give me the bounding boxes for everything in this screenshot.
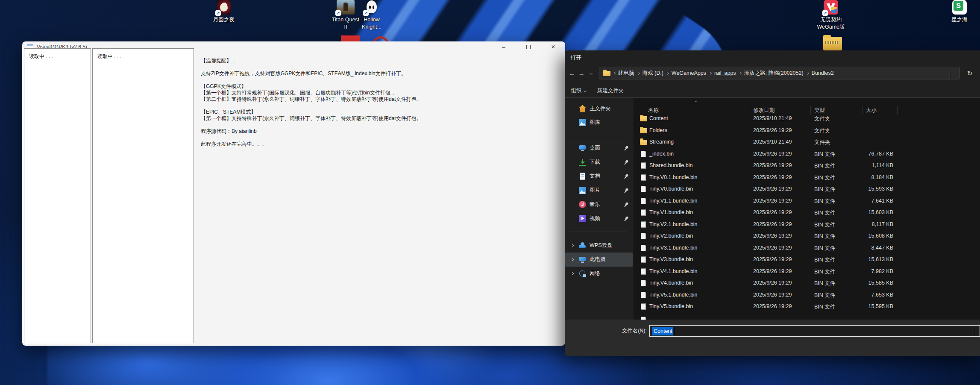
file-row[interactable]: Tiny.V3.bundle.bin 2025/9/26 19:29 BIN 文…: [634, 254, 980, 266]
file-name: Tiny.V4.bundle.bin: [649, 280, 693, 286]
sidebar-item-label: 此电脑: [590, 256, 606, 263]
file-size: 7,982 KB: [830, 268, 893, 274]
desktop-icon-sea-of-stars[interactable]: S 星之海: [940, 0, 979, 24]
expand-chevron-icon[interactable]: [570, 258, 574, 261]
new-folder-button[interactable]: 新建文件夹: [597, 87, 624, 94]
file-row[interactable]: Folders 2025/9/26 19:29 文件夹: [634, 125, 980, 137]
sidebar-item[interactable]: 图库: [565, 115, 633, 129]
file-type-icon: [641, 268, 646, 275]
file-row[interactable]: Tiny.V0.1.bundle.bin 2025/9/26 19:29 BIN…: [634, 172, 980, 184]
desktop-icon-zip-folder[interactable]: [813, 37, 852, 50]
sidebar-item-icon: [579, 215, 586, 222]
breadcrumb-segment[interactable]: Bundles2: [809, 70, 837, 76]
ggpk-right-tree-panel[interactable]: 读取中 . . .: [92, 48, 194, 343]
file-name: Tiny.V2.bundle.bin: [649, 233, 693, 239]
pin-icon: [622, 215, 629, 222]
file-type-icon: [641, 186, 646, 192]
file-date: 2025/9/10 21:49: [753, 139, 792, 145]
zip-folder-icon: [823, 37, 842, 50]
file-row[interactable]: Tiny.V2.bundle.bin 2025/9/26 19:29 BIN 文…: [634, 230, 980, 242]
sidebar-item-icon: [579, 270, 586, 277]
file-date: 2025/9/10 21:49: [753, 115, 792, 121]
file-row-partial[interactable]: [634, 314, 980, 320]
sidebar-item[interactable]: 音乐: [565, 197, 633, 212]
expand-chevron-icon[interactable]: [570, 244, 574, 247]
sidebar-quick-group: 主文件夹 图库: [565, 102, 633, 129]
dialog-toolbar: 组织 新建文件夹: [565, 85, 980, 96]
sidebar-item[interactable]: WPS云盘: [565, 238, 633, 253]
file-type-icon: [640, 140, 647, 145]
forward-button[interactable]: →: [577, 66, 586, 80]
breadcrumb-segment[interactable]: rail_apps: [711, 70, 739, 76]
organize-button[interactable]: 组织: [571, 87, 586, 94]
sidebar-item-label: 主文件夹: [590, 105, 611, 112]
breadcrumb-segment[interactable]: 此电脑: [615, 70, 637, 77]
file-size: 15,585 KB: [830, 280, 893, 286]
filename-dropdown-button[interactable]: [975, 330, 975, 338]
sidebar-item[interactable]: 网络: [565, 267, 633, 281]
file-name: Tiny.V1.bundle.bin: [649, 209, 693, 215]
file-row[interactable]: Shared.bundle.bin 2025/9/26 19:29 BIN 文件…: [634, 160, 980, 172]
file-size: 8,117 KB: [830, 221, 893, 227]
minimize-button[interactable]: –: [494, 42, 513, 52]
back-button[interactable]: ←: [567, 66, 577, 80]
sidebar-item-icon: [580, 173, 585, 180]
address-bar[interactable]: 此电脑 游戏 (D:) WeGameApps rail_apps 流放之路: 降…: [599, 67, 960, 79]
sidebar-item[interactable]: 下载: [565, 155, 633, 169]
file-row[interactable]: Tiny.V4.bundle.bin 2025/9/26 19:29 BIN 文…: [634, 277, 980, 289]
sidebar-item[interactable]: 图片: [565, 183, 633, 197]
file-row[interactable]: Streaming 2025/9/10 21:49 文件夹: [634, 136, 980, 148]
recent-locations-button[interactable]: [586, 66, 596, 80]
sidebar-item[interactable]: 文档: [565, 169, 633, 183]
sidebar-item-icon: [579, 144, 586, 152]
desktop-icon-hollow-knight[interactable]: ↗ Hollow Knight...: [352, 0, 391, 31]
file-name: Tiny.V4.1.bundle.bin: [649, 268, 698, 274]
sidebar-item-icon: [579, 119, 586, 126]
folder-icon: [603, 71, 610, 76]
partial-desktop-icon-red-rings[interactable]: [369, 35, 391, 41]
file-size: 76,787 KB: [830, 151, 893, 157]
file-row[interactable]: Tiny.V1.1.bundle.bin 2025/9/26 19:29 BIN…: [634, 195, 980, 207]
breadcrumb-segment[interactable]: 游戏 (D:): [640, 70, 666, 77]
sort-ascending-icon: [695, 100, 698, 103]
close-button[interactable]: ×: [543, 42, 563, 52]
desktop-icon-label: 月圆之夜: [213, 16, 235, 24]
refresh-button[interactable]: ↻: [963, 67, 977, 80]
file-type-icon: [640, 116, 647, 121]
pin-icon: [622, 173, 629, 180]
desktop-icon-moon-night[interactable]: ↗ 月圆之夜: [204, 0, 244, 24]
sidebar-item[interactable]: 视频: [565, 212, 633, 226]
sidebar-item[interactable]: 此电脑: [565, 253, 633, 267]
shortcut-arrow-icon: ↗: [822, 10, 828, 16]
file-row[interactable]: Tiny.V3.1.bundle.bin 2025/9/26 19:29 BIN…: [634, 242, 980, 254]
partial-desktop-icon-red-banner[interactable]: [341, 35, 360, 41]
address-dropdown-button[interactable]: [950, 71, 950, 79]
sidebar-item[interactable]: 主文件夹: [565, 102, 633, 115]
file-row[interactable]: Tiny.V4.1.bundle.bin 2025/9/26 19:29 BIN…: [634, 266, 980, 278]
file-row[interactable]: Content 2025/9/10 21:49 文件夹: [634, 113, 980, 125]
breadcrumb: 此电脑 游戏 (D:) WeGameApps rail_apps 流放之路: 降…: [613, 70, 837, 77]
file-row[interactable]: Tiny.V1.bundle.bin 2025/9/26 19:29 BIN 文…: [634, 207, 980, 219]
breadcrumb-segment[interactable]: 流放之路: 降临(2002052): [741, 70, 807, 77]
breadcrumb-segment[interactable]: WeGameApps: [669, 70, 709, 76]
file-row[interactable]: Tiny.V0.bundle.bin 2025/9/26 19:29 BIN 文…: [634, 183, 980, 195]
refresh-icon: ↻: [967, 70, 973, 77]
file-size: 7,653 KB: [830, 292, 893, 298]
file-row[interactable]: Tiny.V2.1.bundle.bin 2025/9/26 19:29 BIN…: [634, 219, 980, 231]
toolbar-separator: [565, 97, 980, 98]
file-row[interactable]: Tiny.V5.1.bundle.bin 2025/9/26 19:29 BIN…: [634, 289, 980, 301]
moon-night-icon: ↗: [217, 0, 231, 15]
desktop-icon-valorant-wegame[interactable]: ↗ 无畏契约 WeGame版: [811, 0, 851, 31]
filename-input[interactable]: Content: [649, 325, 980, 337]
sidebar-item[interactable]: 桌面: [565, 141, 633, 155]
file-date: 2025/9/26 19:29: [753, 268, 792, 274]
file-row[interactable]: _index.bin 2025/9/26 19:29 BIN 文件 76,787…: [634, 148, 980, 160]
desktop-icon-label: 星之海: [951, 16, 968, 24]
info-line: 程序源代码：By aianlinb: [201, 128, 446, 135]
file-list-panel: 名称 修改日期 类型 大小 Content 2025/9/10 21:49 文件…: [634, 98, 980, 320]
expand-chevron-icon[interactable]: [570, 272, 574, 275]
maximize-button[interactable]: [519, 42, 538, 52]
file-size: 1,114 KB: [830, 162, 893, 168]
file-row[interactable]: Tiny.V5.bundle.bin 2025/9/26 19:29 BIN 文…: [634, 301, 980, 313]
ggpk-left-tree-panel[interactable]: 读取中 . . .: [24, 48, 91, 343]
